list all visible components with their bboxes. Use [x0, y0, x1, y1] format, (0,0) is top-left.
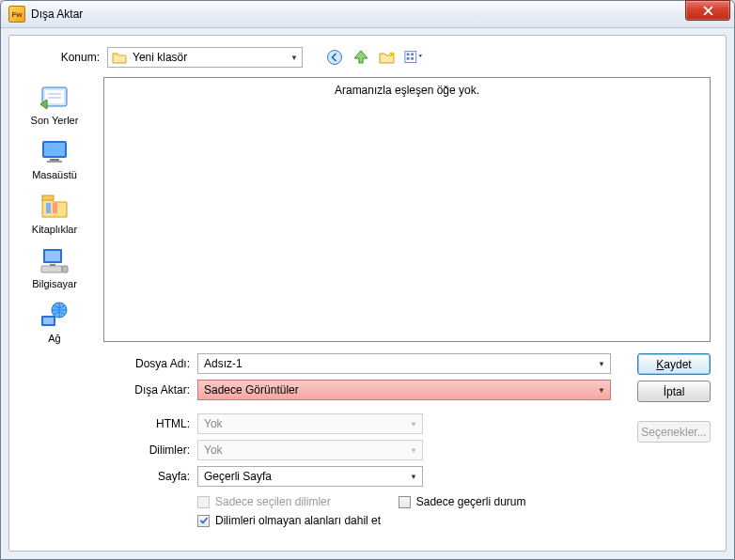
- chevron-down-icon[interactable]: ▼: [594, 355, 609, 372]
- new-folder-button[interactable]: [378, 48, 397, 67]
- slices-value: Yok: [204, 443, 223, 457]
- svg-rect-17: [45, 251, 60, 261]
- empty-results-text: Aramanızla eşleşen öğe yok.: [335, 84, 479, 97]
- filename-label: Dosya Adı:: [9, 357, 197, 370]
- recent-places-icon: [39, 81, 70, 113]
- new-folder-icon: [379, 50, 396, 65]
- svg-rect-6: [411, 57, 414, 60]
- svg-rect-5: [407, 57, 410, 60]
- html-label: HTML:: [9, 417, 197, 430]
- save-button[interactable]: Kaydet: [637, 353, 711, 375]
- slices-dropdown: Yok ▼: [197, 440, 423, 460]
- places-bar: Son Yerler Masaüstü Kitaplıklar Bilgisay…: [13, 77, 96, 346]
- svg-rect-10: [44, 143, 65, 156]
- include-nonslice-checkbox-label: Dilimleri olmayan alanları dahil et: [215, 514, 381, 527]
- places-recent-label: Son Yerler: [31, 115, 79, 126]
- page-label: Sayfa:: [9, 470, 197, 483]
- close-button[interactable]: [685, 0, 730, 21]
- checkmark-icon: [199, 516, 209, 525]
- up-one-level-button[interactable]: [352, 48, 370, 67]
- html-value: Yok: [204, 417, 223, 430]
- back-button[interactable]: [325, 48, 344, 67]
- include-nonslice-checkbox[interactable]: [197, 515, 210, 527]
- location-folder-name: Yeni klasör: [133, 51, 187, 64]
- app-icon: Fw: [8, 6, 25, 23]
- button-column: Kaydet İptal Seçenekler...: [637, 353, 711, 443]
- options-button: Seçenekler...: [637, 421, 711, 443]
- location-folder-dropdown[interactable]: Yeni klasör ▼: [107, 47, 303, 68]
- current-state-checkbox[interactable]: [399, 496, 411, 508]
- places-network[interactable]: Ağ: [15, 295, 94, 346]
- svg-rect-19: [41, 266, 62, 272]
- chevron-down-icon: ▼: [594, 381, 609, 398]
- export-type-label: Dışa Aktar:: [9, 383, 197, 397]
- dialog-panel: Konum: Yeni klasör ▼: [8, 35, 727, 552]
- back-icon: [326, 49, 343, 66]
- titlebar: Fw Dışa Aktar: [1, 1, 734, 28]
- computer-icon: [39, 244, 70, 276]
- svg-rect-23: [43, 318, 54, 324]
- places-libraries[interactable]: Kitaplıklar: [15, 186, 94, 237]
- places-recent[interactable]: Son Yerler: [15, 77, 94, 128]
- network-icon: [39, 299, 70, 331]
- selected-slices-checkbox-label: Sadece seçilen dilimler: [215, 495, 331, 508]
- chevron-down-icon: ▼: [406, 442, 421, 459]
- places-computer[interactable]: Bilgisayar: [15, 241, 94, 291]
- svg-rect-4: [411, 53, 414, 55]
- cancel-button[interactable]: İptal: [637, 381, 711, 402]
- svg-rect-11: [50, 159, 59, 161]
- up-arrow-icon: [352, 49, 369, 66]
- chevron-down-icon: ▼: [290, 54, 298, 62]
- location-row: Konum: Yeni klasör ▼: [9, 47, 726, 68]
- svg-rect-12: [47, 161, 62, 163]
- places-desktop-label: Masaüstü: [32, 169, 77, 180]
- form-area: Dosya Adı: ▼ Dışa Aktar: Sadece Görüntül…: [9, 353, 726, 530]
- location-label: Konum:: [9, 51, 107, 64]
- svg-rect-14: [46, 203, 51, 213]
- current-state-checkbox-label: Sadece geçerli durum: [416, 495, 526, 508]
- page-value: Geçerli Sayfa: [204, 470, 272, 483]
- folder-icon: [112, 51, 127, 64]
- places-desktop[interactable]: Masaüstü: [15, 132, 94, 182]
- html-dropdown: Yok ▼: [197, 413, 423, 434]
- svg-point-0: [328, 51, 342, 65]
- svg-rect-2: [405, 52, 416, 63]
- export-type-dropdown[interactable]: Sadece Görüntüler ▼: [197, 380, 611, 400]
- file-list-area[interactable]: Aramanızla eşleşen öğe yok.: [103, 77, 711, 342]
- svg-rect-8: [45, 90, 64, 103]
- selected-slices-checkbox: [197, 496, 210, 508]
- svg-rect-3: [407, 53, 410, 55]
- window-title: Dışa Aktar: [31, 8, 83, 21]
- location-toolbar: [325, 48, 423, 67]
- svg-rect-13: [42, 195, 54, 200]
- filename-combo[interactable]: ▼: [197, 353, 611, 374]
- export-type-value: Sadece Görüntüler: [204, 383, 299, 397]
- chevron-down-icon: ▼: [406, 415, 421, 432]
- places-libraries-label: Kitaplıklar: [32, 224, 77, 235]
- page-dropdown[interactable]: Geçerli Sayfa ▼: [197, 466, 423, 487]
- places-network-label: Ağ: [48, 333, 60, 344]
- chevron-down-icon: ▼: [406, 468, 421, 485]
- views-icon: [404, 49, 423, 66]
- export-dialog: Fw Dışa Aktar Konum: Yeni klasör ▼: [0, 0, 735, 560]
- close-icon: [703, 6, 713, 16]
- desktop-icon: [39, 135, 70, 167]
- slices-label: Dilimler:: [9, 443, 197, 457]
- svg-rect-15: [53, 203, 57, 213]
- places-computer-label: Bilgisayar: [32, 278, 77, 289]
- checkbox-area: Sadece seçilen dilimler Sadece geçerli d…: [197, 492, 726, 530]
- view-menu-button[interactable]: [404, 48, 423, 67]
- filename-input[interactable]: [204, 357, 593, 370]
- libraries-icon: [39, 190, 70, 222]
- svg-rect-20: [62, 266, 68, 272]
